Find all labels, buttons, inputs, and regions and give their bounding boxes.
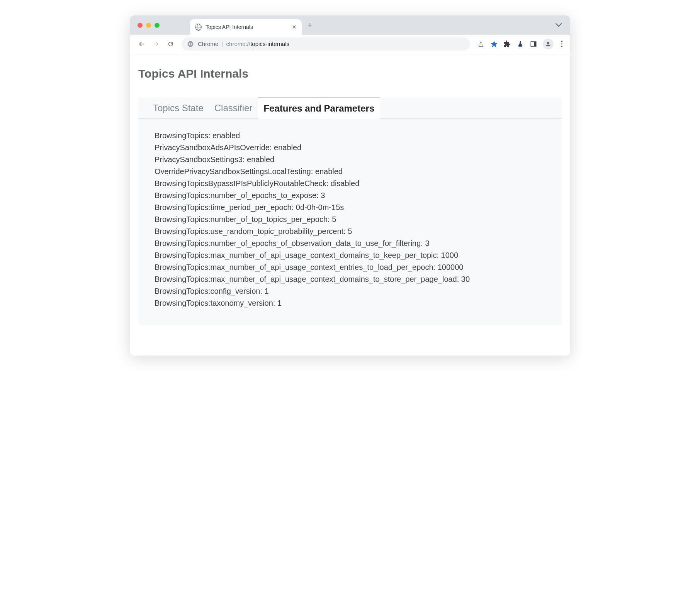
omnibox-text: Chrome | chrome://topics-internals	[198, 41, 289, 47]
feature-row: BrowsingTopics: enabled	[155, 130, 562, 142]
share-icon[interactable]	[477, 40, 485, 48]
close-tab-button[interactable]: ×	[292, 24, 296, 30]
feature-row: BrowsingTopics:taxonomy_version: 1	[155, 297, 562, 309]
svg-point-6	[547, 42, 549, 44]
feature-row: BrowsingTopics:max_number_of_api_usage_c…	[155, 261, 562, 273]
features-list: BrowsingTopics: enabled PrivacySandboxAd…	[138, 119, 562, 325]
window-controls	[138, 23, 160, 28]
feature-row: PrivacySandboxSettings3: enabled	[155, 154, 562, 166]
maximize-window-button[interactable]	[155, 23, 160, 28]
window-titlebar: Topics API Internals × +	[130, 15, 570, 35]
feature-row: BrowsingTopics:config_version: 1	[155, 285, 562, 297]
feature-row: BrowsingTopics:use_random_topic_probabil…	[155, 225, 562, 237]
tabs-panel: Topics State Classifier Features and Par…	[138, 97, 562, 325]
browser-toolbar: Chrome | chrome://topics-internals	[130, 35, 570, 53]
feature-row: BrowsingTopics:max_number_of_api_usage_c…	[155, 249, 562, 261]
browser-tab[interactable]: Topics API Internals ×	[190, 19, 302, 35]
page-title: Topics API Internals	[138, 67, 562, 80]
tab-classifier[interactable]: Classifier	[209, 97, 258, 119]
feature-row: PrivacySandboxAdsAPIsOverride: enabled	[155, 142, 562, 154]
tabs-dropdown-button[interactable]	[556, 22, 562, 29]
address-bar[interactable]: Chrome | chrome://topics-internals	[182, 37, 470, 51]
svg-point-3	[520, 45, 522, 47]
tab-topics-state[interactable]: Topics State	[148, 97, 209, 119]
extensions-icon[interactable]	[503, 40, 511, 48]
browser-window: Topics API Internals × +	[130, 15, 570, 356]
feature-row: OverridePrivacySandboxSettingsLocalTesti…	[155, 166, 562, 178]
globe-icon	[195, 24, 202, 30]
feature-row: BrowsingTopics:max_number_of_api_usage_c…	[155, 273, 562, 285]
omnibox-url-path: topics-internals	[250, 41, 289, 47]
omnibox-separator: |	[222, 41, 223, 47]
toolbar-actions	[475, 39, 565, 49]
tab-title: Topics API Internals	[206, 24, 288, 30]
tab-features-parameters[interactable]: Features and Parameters	[258, 97, 380, 119]
feature-row: BrowsingTopics:number_of_epochs_to_expos…	[155, 190, 562, 202]
omnibox-origin: Chrome	[198, 41, 218, 47]
labs-flask-icon[interactable]	[517, 40, 524, 48]
feature-row: BrowsingTopics:number_of_top_topics_per_…	[155, 213, 562, 225]
forward-button[interactable]	[150, 38, 162, 50]
new-tab-button[interactable]: +	[308, 21, 313, 29]
profile-avatar[interactable]	[543, 39, 554, 49]
close-window-button[interactable]	[138, 23, 143, 28]
feature-row: BrowsingTopicsBypassIPIsPubliclyRoutable…	[155, 178, 562, 190]
menu-kebab-icon[interactable]	[559, 41, 565, 47]
svg-point-2	[190, 43, 192, 45]
chrome-icon	[187, 41, 194, 47]
feature-row: BrowsingTopics:number_of_epochs_of_obser…	[155, 237, 562, 249]
svg-rect-5	[534, 42, 536, 46]
feature-row: BrowsingTopics:time_period_per_epoch: 0d…	[155, 202, 562, 213]
tabs-row: Topics State Classifier Features and Par…	[138, 97, 562, 119]
reload-button[interactable]	[165, 38, 177, 50]
back-button[interactable]	[135, 38, 148, 50]
bookmark-star-icon[interactable]	[490, 40, 498, 48]
minimize-window-button[interactable]	[146, 23, 151, 28]
omnibox-url-scheme: chrome://	[226, 41, 251, 47]
page-content: Topics API Internals Topics State Classi…	[130, 53, 570, 356]
side-panel-icon[interactable]	[530, 40, 537, 48]
